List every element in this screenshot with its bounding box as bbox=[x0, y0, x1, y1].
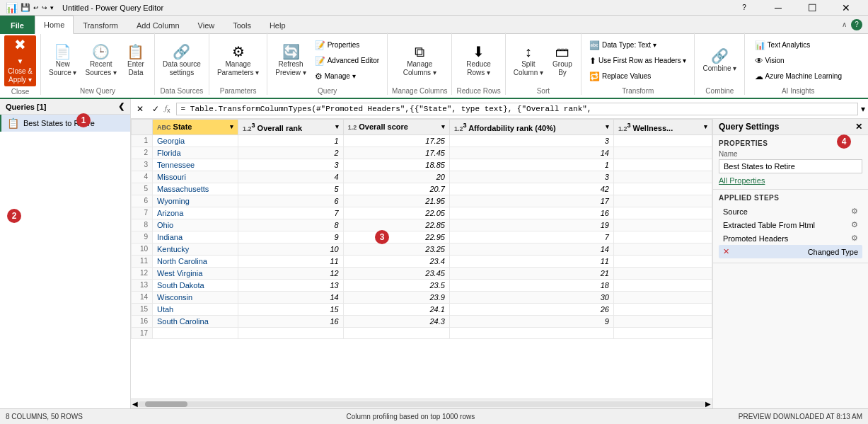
query-group-label: Query bbox=[318, 86, 337, 95]
cell-wellness bbox=[613, 303, 712, 315]
close-btn[interactable]: ✕ bbox=[830, 0, 862, 16]
col-header-overall-rank[interactable]: 1.23 Overall rank ▾ bbox=[238, 120, 343, 135]
step-promoted-headers-label: Promoted Headers bbox=[723, 234, 788, 243]
maximize-btn[interactable]: ☐ bbox=[796, 0, 828, 16]
use-first-row-button[interactable]: ⬆ Use First Row as Headers ▾ bbox=[586, 54, 690, 68]
vision-button[interactable]: 👁 Vision bbox=[751, 54, 788, 68]
col-header-wellness[interactable]: 1.23 Wellness... ▾ bbox=[613, 120, 712, 135]
table-container[interactable]: ABC State ▾ 1.23 Overall rank ▾ bbox=[131, 119, 712, 399]
query-name-input[interactable] bbox=[719, 159, 862, 173]
step-promoted-gear[interactable]: ⚙ bbox=[851, 234, 858, 243]
advanced-editor-icon: 📝 bbox=[315, 56, 325, 66]
query-item-best-states[interactable]: 📋 Best States to Retire bbox=[0, 115, 130, 132]
overall-rank-filter-btn[interactable]: ▾ bbox=[335, 123, 339, 130]
manage-parameters-label: ManageParameters ▾ bbox=[217, 60, 259, 77]
horizontal-scrollbar[interactable]: ◀ ▶ bbox=[131, 399, 712, 408]
cell-rank: 1 bbox=[238, 134, 343, 147]
name-label: Name bbox=[719, 150, 862, 158]
azure-ml-button[interactable]: ☁ Azure Machine Learning bbox=[751, 69, 845, 84]
col-header-affordability[interactable]: 1.23 Affordability rank (40%) ▾ bbox=[449, 120, 613, 135]
combine-button[interactable]: 🔗 Combine ▾ bbox=[699, 47, 740, 75]
table-row: 1 Georgia 1 17.25 3 bbox=[132, 134, 712, 147]
scroll-thumb[interactable] bbox=[145, 401, 187, 407]
overall-score-filter-btn[interactable]: ▾ bbox=[441, 123, 445, 130]
ribbon-group-ai-insights: 📊 Text Analytics 👁 Vision ☁ Azure Machin… bbox=[745, 33, 851, 95]
table-row: 10 Kentucky 10 23.25 14 bbox=[132, 243, 712, 255]
combine-icon: 🔗 bbox=[711, 49, 729, 63]
tab-view[interactable]: View bbox=[189, 16, 224, 34]
formula-expand-button[interactable]: ▾ bbox=[861, 104, 865, 114]
cell-state: Massachusetts bbox=[153, 183, 238, 195]
step-source[interactable]: Source ⚙ bbox=[719, 205, 862, 218]
table-and-right-panel: ABC State ▾ 1.23 Overall rank ▾ bbox=[131, 119, 868, 408]
step-promoted-headers[interactable]: Promoted Headers ⚙ bbox=[719, 231, 862, 245]
ribbon-group-data-sources: 🔗 Data sourcesettings Data Sources bbox=[155, 33, 209, 95]
cell-state: South Dakota bbox=[153, 279, 238, 291]
col-header-overall-score[interactable]: 1.2 Overall score ▾ bbox=[343, 120, 449, 135]
cell-rownum: 8 bbox=[132, 219, 153, 231]
enter-data-button[interactable]: 📋 EnterData bbox=[122, 42, 150, 79]
split-column-button[interactable]: ↕ SplitColumn ▾ bbox=[510, 42, 547, 79]
formula-input[interactable] bbox=[176, 103, 858, 115]
enter-data-icon: 📋 bbox=[127, 45, 144, 59]
query-settings-close[interactable]: ✕ bbox=[855, 122, 862, 132]
scroll-left-btn[interactable]: ◀ bbox=[132, 400, 138, 408]
status-bar: 8 COLUMNS, 50 ROWS Column profiling base… bbox=[0, 408, 868, 424]
azure-ml-label: Azure Machine Learning bbox=[765, 72, 842, 80]
replace-values-button[interactable]: 🔁 Replace Values bbox=[586, 69, 654, 84]
tab-help[interactable]: Help bbox=[260, 16, 295, 34]
close-apply-button[interactable]: ✖▼ Close &Apply ▾ bbox=[4, 35, 36, 86]
manage-parameters-button[interactable]: ⚙ ManageParameters ▾ bbox=[214, 42, 262, 79]
data-source-settings-button[interactable]: 🔗 Data sourcesettings bbox=[159, 42, 204, 79]
manage-columns-button[interactable]: ⧉ ManageColumns ▾ bbox=[400, 42, 440, 79]
cell-score: 22.05 bbox=[343, 207, 449, 219]
refresh-preview-button[interactable]: 🔄 RefreshPreview ▾ bbox=[272, 42, 309, 79]
reduce-rows-label: ReduceRows ▾ bbox=[466, 60, 490, 77]
cell-rank: 3 bbox=[238, 159, 343, 171]
new-query-buttons: 📄 NewSource ▾ 🕒 RecentSources ▾ 📋 EnterD… bbox=[45, 35, 150, 86]
step-extracted-table[interactable]: Extracted Table From Html ⚙ bbox=[719, 218, 862, 231]
data-type-button[interactable]: 🔤 Data Type: Text ▾ bbox=[586, 38, 660, 52]
properties-button[interactable]: 📝 Properties bbox=[311, 38, 383, 52]
formula-accept-button[interactable]: ✓ bbox=[149, 103, 162, 115]
manage-label: Manage ▾ bbox=[325, 72, 356, 80]
cell-state: Kentucky bbox=[153, 243, 238, 255]
cell-afford: 14 bbox=[449, 243, 613, 255]
cell-wellness bbox=[613, 195, 712, 207]
cell-afford: 42 bbox=[449, 183, 613, 195]
cell-state: Ohio bbox=[153, 219, 238, 231]
group-by-button[interactable]: 🗃 GroupBy bbox=[548, 42, 577, 79]
step-changed-type[interactable]: ✕ Changed Type bbox=[719, 245, 862, 258]
scroll-track[interactable] bbox=[138, 401, 705, 407]
queries-panel-collapse[interactable]: ❮ bbox=[118, 102, 125, 111]
cell-wellness bbox=[613, 231, 712, 243]
scroll-right-btn[interactable]: ▶ bbox=[705, 400, 711, 408]
step-extracted-gear[interactable]: ⚙ bbox=[851, 220, 858, 229]
wellness-filter-btn[interactable]: ▾ bbox=[704, 123, 707, 130]
advanced-editor-button[interactable]: 📝 Advanced Editor bbox=[311, 54, 383, 68]
text-analytics-button[interactable]: 📊 Text Analytics bbox=[751, 38, 814, 52]
tab-transform[interactable]: Transform bbox=[74, 16, 127, 34]
cell-score: 23.4 bbox=[343, 255, 449, 267]
state-filter-btn[interactable]: ▾ bbox=[230, 123, 233, 130]
recent-sources-button[interactable]: 🕒 RecentSources ▾ bbox=[81, 42, 120, 79]
new-source-button[interactable]: 📄 NewSource ▾ bbox=[45, 42, 80, 79]
formula-cancel-button[interactable]: ✕ bbox=[134, 103, 146, 115]
tab-home[interactable]: Home bbox=[35, 16, 74, 34]
ribbon-group-sort: ↕ SplitColumn ▾ 🗃 GroupBy Sort bbox=[506, 33, 581, 95]
advanced-editor-label: Advanced Editor bbox=[328, 57, 379, 64]
manage-button[interactable]: ⚙ Manage ▾ bbox=[311, 69, 383, 84]
affordability-filter-btn[interactable]: ▾ bbox=[606, 123, 609, 130]
cell-rank: 4 bbox=[238, 171, 343, 183]
reduce-rows-button[interactable]: ⬇ ReduceRows ▾ bbox=[463, 42, 494, 79]
minimize-btn[interactable]: ─ bbox=[762, 0, 794, 16]
step-source-gear[interactable]: ⚙ bbox=[851, 207, 858, 216]
tab-tools[interactable]: Tools bbox=[224, 16, 260, 34]
col-header-state[interactable]: ABC State ▾ bbox=[153, 120, 238, 135]
all-properties-link[interactable]: All Properties bbox=[719, 176, 765, 185]
help-btn[interactable]: ? bbox=[728, 0, 760, 16]
tab-add-column[interactable]: Add Column bbox=[127, 16, 189, 34]
cell-wellness bbox=[613, 134, 712, 147]
tab-file[interactable]: File bbox=[0, 16, 35, 34]
table-row: 3 Tennessee 3 18.85 1 bbox=[132, 159, 712, 171]
